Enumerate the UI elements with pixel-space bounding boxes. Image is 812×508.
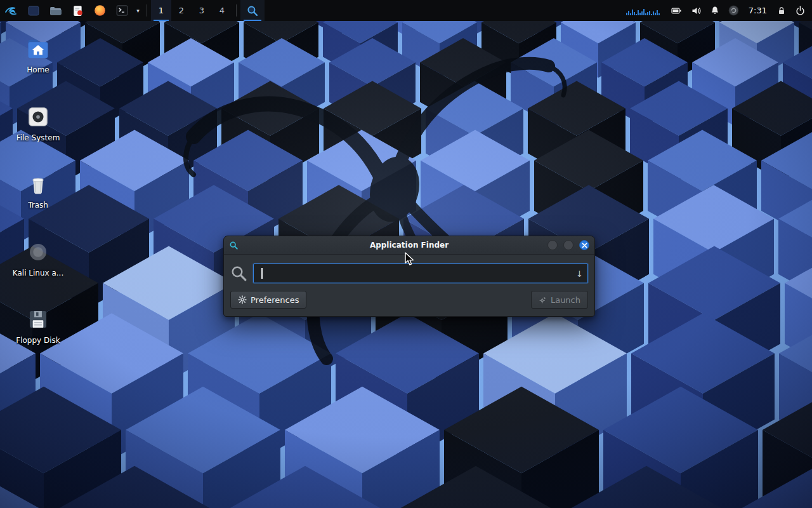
desktop-icon-trash[interactable]: Trash bbox=[5, 172, 71, 210]
search-input[interactable] bbox=[253, 264, 588, 283]
close-icon bbox=[582, 243, 587, 248]
launch-button[interactable]: Launch bbox=[531, 291, 588, 309]
file-system-icon bbox=[26, 105, 50, 129]
window-title: Application Finder bbox=[224, 241, 594, 250]
text-editor-icon[interactable] bbox=[67, 0, 89, 21]
gear-icon bbox=[238, 295, 247, 304]
application-finder-window: Application Finder ↓ Preferences Launch bbox=[223, 236, 595, 317]
workspace-3[interactable]: 3 bbox=[192, 0, 212, 21]
lock-icon[interactable] bbox=[776, 6, 787, 16]
power-icon[interactable] bbox=[795, 5, 806, 16]
dialog-button-row: Preferences Launch bbox=[224, 288, 594, 316]
desktop-icon-label: File System bbox=[16, 133, 60, 142]
mouse-cursor bbox=[403, 252, 416, 269]
taskbar-application-finder-icon[interactable] bbox=[240, 0, 265, 21]
kali-linux-icon bbox=[26, 240, 50, 264]
panel-launchers: ▾ 1 2 3 4 bbox=[0, 0, 265, 21]
launch-label: Launch bbox=[551, 295, 580, 305]
desktop-icon-label: Trash bbox=[28, 201, 48, 210]
search-input-wrap: ↓ bbox=[253, 264, 588, 283]
desktop-icon-label: Floppy Disk bbox=[16, 336, 60, 345]
dropdown-arrow-icon[interactable]: ↓ bbox=[576, 269, 583, 278]
system-tray: 7:31 bbox=[626, 0, 812, 21]
desktop-icon-file-system[interactable]: File System bbox=[5, 105, 71, 142]
kali-menu-icon[interactable] bbox=[0, 0, 22, 21]
volume-icon[interactable] bbox=[691, 6, 702, 16]
notifications-bell-icon[interactable] bbox=[710, 6, 720, 16]
preferences-button[interactable]: Preferences bbox=[230, 291, 306, 309]
dashboard-icon[interactable] bbox=[22, 0, 44, 21]
firefox-icon[interactable] bbox=[89, 0, 111, 21]
workspace-2[interactable]: 2 bbox=[171, 0, 192, 21]
top-panel: ▾ 1 2 3 4 7:31 bbox=[0, 0, 812, 21]
preferences-label: Preferences bbox=[251, 295, 299, 305]
home-folder-icon bbox=[26, 37, 50, 61]
workspace-4[interactable]: 4 bbox=[212, 0, 232, 21]
trash-icon bbox=[26, 172, 50, 196]
application-finder-window-icon bbox=[229, 241, 239, 250]
terminal-dropdown-chevron-icon[interactable]: ▾ bbox=[133, 0, 143, 21]
activity-graph bbox=[626, 6, 660, 15]
desktop-icon-label: Kali Linux a... bbox=[13, 269, 63, 277]
desktop-icon-home[interactable]: Home bbox=[5, 37, 71, 74]
minimize-button[interactable] bbox=[547, 240, 558, 250]
battery-icon[interactable] bbox=[671, 6, 683, 16]
panel-separator bbox=[147, 4, 147, 17]
text-caret bbox=[261, 268, 263, 279]
window-buttons bbox=[547, 240, 589, 250]
maximize-button[interactable] bbox=[563, 240, 573, 250]
clock[interactable]: 7:31 bbox=[747, 6, 768, 15]
status-circle-icon[interactable] bbox=[728, 5, 739, 16]
launch-icon bbox=[539, 296, 547, 304]
terminal-icon[interactable] bbox=[111, 0, 133, 21]
floppy-disk-icon bbox=[26, 307, 50, 331]
search-icon bbox=[230, 265, 247, 282]
desktop-icon-floppy-disk[interactable]: Floppy Disk bbox=[5, 307, 71, 345]
desktop-icon-label: Home bbox=[27, 65, 49, 74]
workspace-1[interactable]: 1 bbox=[151, 0, 171, 21]
close-button[interactable] bbox=[579, 240, 589, 250]
desktop-icon-kali-linux[interactable]: Kali Linux a... bbox=[5, 240, 71, 277]
panel-separator bbox=[236, 4, 237, 17]
file-manager-icon[interactable] bbox=[44, 0, 67, 21]
